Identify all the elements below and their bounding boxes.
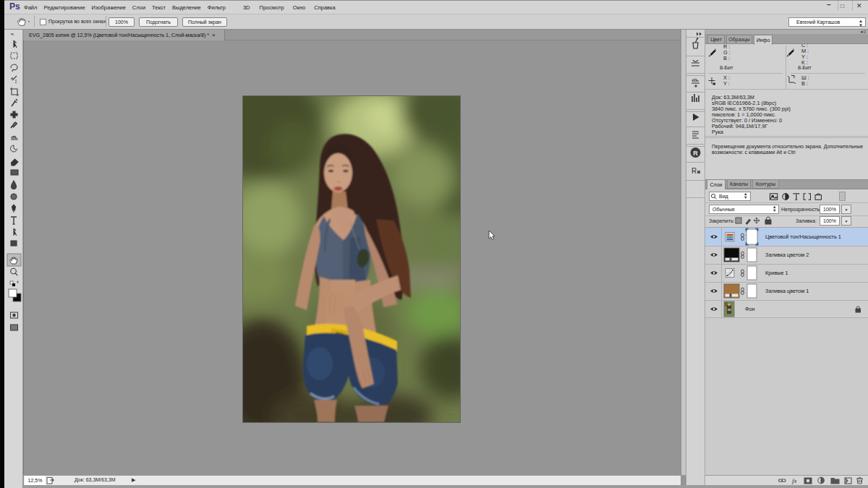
svg-text:Фон: Фон: [745, 306, 755, 312]
svg-text:Y :: Y :: [723, 80, 730, 87]
svg-text:8-Бит: 8-Бит: [798, 64, 812, 71]
svg-text:Рука: Рука: [712, 129, 724, 135]
svg-text:Цветовой тон/Насыщенность 1: Цветовой тон/Насыщенность 1: [765, 234, 841, 240]
svg-text:Кривые 1: Кривые 1: [765, 270, 788, 276]
svg-text:8-Бит: 8-Бит: [720, 64, 733, 71]
svg-text:Заливка цветом 2: Заливка цветом 2: [765, 252, 809, 258]
svg-text:fx: fx: [792, 477, 797, 484]
svg-text:возможности: с клавишами Alt и: возможности: с клавишами Alt и Ctrl: [712, 150, 796, 155]
svg-text:B :: B :: [723, 55, 730, 61]
svg-text:R: R: [693, 150, 698, 157]
svg-text:R: R: [692, 167, 697, 175]
svg-text:В :: В :: [801, 80, 808, 87]
svg-text:Заливка цветом 1: Заливка цветом 1: [765, 288, 809, 294]
svg-text:Перемещение документа относите: Перемещение документа относительно экран…: [712, 144, 863, 150]
